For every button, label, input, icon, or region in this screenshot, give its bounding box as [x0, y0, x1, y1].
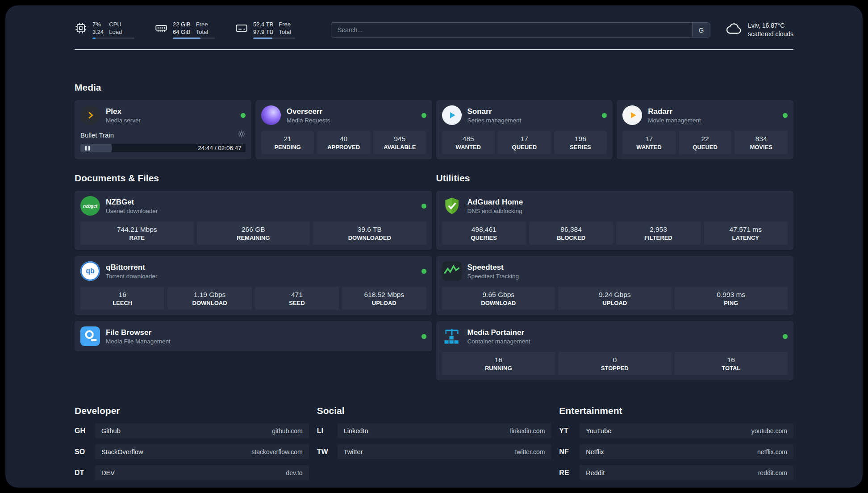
app-card-portainer[interactable]: Media Portainer Container management 16 …	[436, 321, 794, 380]
app-subtitle: Torrent downloader	[106, 273, 158, 280]
stat-tile: 0.993 ms PING	[675, 287, 788, 310]
stat-tile: 196 SERIES	[554, 131, 607, 154]
stat-value: 16	[82, 291, 163, 299]
bookmark-group-social: Social LI LinkedIn linkedin.com TW Twitt…	[317, 405, 551, 486]
app-card-overseerr[interactable]: Overseerr Media Requests 21 PENDING 40 A…	[255, 100, 432, 159]
stat-tile: 945 AVAILABLE	[373, 131, 426, 154]
disk-total-value: 97.9 TB	[253, 28, 273, 36]
bookmark-link-github[interactable]: Github github.com	[95, 423, 309, 438]
stat-label: REMAINING	[199, 234, 309, 241]
app-card-qbittorrent[interactable]: qb qBittorrent Torrent downloader 16 LEE…	[75, 256, 432, 315]
adguard-shield-icon	[442, 196, 462, 216]
bookmark-abbr: DT	[75, 469, 95, 477]
stat-value: 2,953	[618, 226, 698, 234]
bookmark-name: Twitter	[344, 448, 363, 455]
app-title: AdGuard Home	[467, 198, 523, 207]
top-bar: 7% 3.24 CPU Load 22 G	[75, 21, 793, 39]
bookmark-link-netflix[interactable]: Netflix netflix.com	[580, 444, 793, 459]
stat-label: LATENCY	[705, 234, 786, 241]
stat-value: 834	[736, 135, 786, 143]
bookmark-abbr: SO	[75, 448, 95, 456]
app-card-nzbget[interactable]: nzbget NZBGet Usenet downloader 744.21 M…	[75, 191, 432, 250]
section-title-social: Social	[317, 405, 551, 416]
app-title: NZBGet	[106, 198, 158, 207]
bookmark-row: RE Reddit reddit.com	[559, 465, 793, 480]
stat-value: 0	[560, 356, 670, 364]
stat-label: RATE	[82, 234, 192, 241]
stat-label: WANTED	[624, 144, 674, 150]
stat-value: 39.6 TB	[315, 226, 425, 234]
stat-value: 618.52 Mbps	[344, 291, 424, 299]
now-playing-title: Bullet Train	[80, 131, 114, 139]
app-subtitle: Media Requests	[287, 117, 330, 124]
bookmark-link-dev[interactable]: DEV dev.to	[95, 465, 309, 480]
pause-icon[interactable]	[84, 146, 91, 150]
app-subtitle: Container management	[467, 338, 530, 345]
stat-label: FILTERED	[618, 234, 698, 241]
bookmark-abbr: GH	[75, 427, 95, 435]
app-card-plex[interactable]: Plex Media server Bullet Train 24:44 / 0…	[75, 100, 251, 159]
bookmark-link-twitter[interactable]: Twitter twitter.com	[338, 444, 551, 459]
stat-tile: 47.571 ms LATENCY	[704, 221, 788, 245]
stat-label: DOWNLOADED	[315, 234, 425, 241]
bookmark-url: youtube.com	[751, 427, 787, 435]
stat-value: 498,461	[444, 226, 524, 234]
app-subtitle: Movie management	[648, 117, 701, 124]
cpu-load-value: 3.24	[92, 28, 104, 36]
weather-location: Lviv, 16.87°C	[748, 21, 793, 30]
app-subtitle: Media File Management	[106, 338, 171, 345]
app-card-radarr[interactable]: Radarr Movie management 17 WANTED 22 QUE…	[617, 100, 793, 159]
app-title: Media Portainer	[467, 328, 530, 337]
app-title: qBittorrent	[106, 263, 158, 272]
stat-label: AVAILABLE	[375, 144, 425, 150]
bookmark-link-stackoverflow[interactable]: StackOverflow stackoverflow.com	[95, 444, 309, 459]
bookmark-abbr: TW	[317, 448, 338, 456]
disk-total-label: Total	[279, 28, 291, 36]
bookmark-row: LI LinkedIn linkedin.com	[317, 423, 551, 438]
portainer-crane-icon	[442, 326, 462, 346]
stat-label: UPLOAD	[560, 300, 670, 306]
section-title-media: Media	[75, 82, 793, 93]
stat-tile: 21 PENDING	[261, 131, 314, 154]
search-input[interactable]	[331, 23, 692, 37]
bookmark-link-reddit[interactable]: Reddit reddit.com	[580, 465, 793, 480]
app-card-sonarr[interactable]: Sonarr Series management 485 WANTED 17 Q…	[436, 100, 613, 159]
stat-label: QUEUED	[500, 144, 549, 150]
filebrowser-icon	[80, 326, 100, 346]
app-card-speedtest[interactable]: Speedtest Speedtest Tracking 9.65 Gbps D…	[436, 256, 794, 315]
stat-tile: 266 GB REMAINING	[197, 221, 310, 245]
stat-value: 16	[676, 356, 786, 364]
bookmark-group-entertainment: Entertainment YT YouTube youtube.com NF …	[559, 405, 793, 486]
stat-value: 0.993 ms	[676, 291, 786, 299]
stat-value: 945	[375, 135, 425, 143]
cpu-percent: 7%	[92, 21, 104, 28]
stat-value: 9.65 Gbps	[444, 291, 554, 299]
bookmark-url: dev.to	[286, 469, 303, 476]
search-engine-button[interactable]: G	[692, 23, 710, 37]
status-dot	[241, 113, 246, 118]
stat-label: PENDING	[263, 144, 313, 150]
app-card-filebrowser[interactable]: File Browser Media File Management	[75, 321, 432, 351]
gear-icon[interactable]	[238, 130, 246, 140]
bookmark-url: netflix.com	[757, 448, 787, 455]
speedtest-graph-icon	[442, 261, 462, 281]
status-dot	[421, 204, 426, 209]
app-subtitle: DNS and adblocking	[467, 208, 523, 214]
bookmark-link-linkedin[interactable]: LinkedIn linkedin.com	[338, 423, 551, 438]
stat-label: QUERIES	[444, 234, 524, 241]
app-subtitle: Series management	[467, 117, 522, 124]
stat-tile: 744.21 Mbps RATE	[80, 221, 194, 245]
playback-progress-bar[interactable]: 24:44 / 02:06:47	[80, 144, 246, 152]
bookmark-url: stackoverflow.com	[251, 448, 302, 455]
section-title-developer: Developer	[75, 405, 309, 416]
radarr-icon	[622, 105, 642, 125]
stat-label: LEECH	[82, 300, 163, 306]
app-card-adguard[interactable]: AdGuard Home DNS and adblocking 498,461 …	[436, 191, 794, 250]
bookmark-row: NF Netflix netflix.com	[559, 444, 793, 459]
ram-free-value: 22 GiB	[173, 21, 191, 28]
bookmark-link-youtube[interactable]: YouTube youtube.com	[580, 423, 793, 438]
stat-tile: 9.24 Gbps UPLOAD	[558, 287, 672, 310]
stat-value: 16	[444, 356, 554, 364]
stat-label: SEED	[257, 300, 337, 306]
bookmark-name: StackOverflow	[101, 448, 143, 455]
